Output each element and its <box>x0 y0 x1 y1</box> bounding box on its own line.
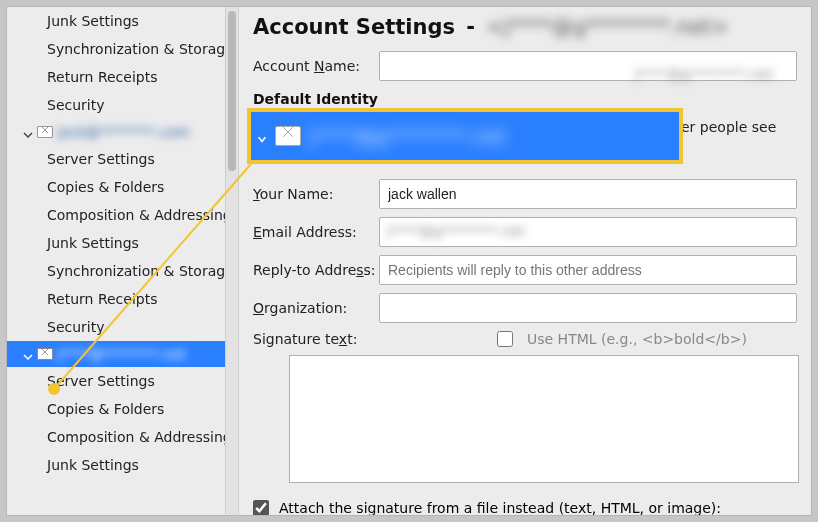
sidebar-item-receipts[interactable]: Return Receipts <box>7 63 226 91</box>
account-label: jack@********.com <box>57 124 190 140</box>
organization-label: Organization: <box>253 300 379 316</box>
email-label: Email Address: <box>253 224 379 240</box>
use-html-checkbox[interactable] <box>497 331 513 347</box>
account-name-label: Account Name: <box>253 58 379 74</box>
sidebar-item-copies[interactable]: Copies & Folders <box>7 173 226 201</box>
signature-text-label: Signature text: <box>253 331 379 347</box>
mail-icon <box>275 126 301 146</box>
sidebar-scrollbar[interactable] <box>225 7 238 515</box>
sidebar-item-sync[interactable]: Synchronization & Storage <box>7 35 226 63</box>
account-label: j****@********.net <box>57 346 186 362</box>
email-input[interactable] <box>379 217 797 247</box>
your-name-input[interactable] <box>379 179 797 209</box>
callout-dot <box>48 383 60 395</box>
mail-icon <box>37 348 53 360</box>
sidebar-item-sync[interactable]: Synchronization & Storage <box>7 257 226 285</box>
signature-textarea[interactable] <box>289 355 799 483</box>
sidebar-item-composition[interactable]: Composition & Addressing <box>7 201 226 229</box>
settings-panel: Account Settings - <j****@g********.net>… <box>238 6 812 516</box>
chevron-down-icon <box>23 127 33 137</box>
mail-icon <box>37 126 53 138</box>
page-title: Account Settings - <j****@g********.net> <box>253 15 797 39</box>
scrollbar-thumb[interactable] <box>228 11 236 171</box>
sidebar-item-receipts[interactable]: Return Receipts <box>7 285 226 313</box>
organization-input[interactable] <box>379 293 797 323</box>
sidebar-item-security[interactable]: Security <box>7 91 226 119</box>
sidebar-item-security[interactable]: Security <box>7 313 226 341</box>
attach-signature-checkbox[interactable] <box>253 500 269 516</box>
chevron-down-icon <box>23 349 33 359</box>
sidebar-item-junk[interactable]: Junk Settings <box>7 229 226 257</box>
callout-account-label: j****@g********.net <box>309 124 679 148</box>
sidebar-item-server[interactable]: Server Settings <box>7 367 226 395</box>
chevron-down-icon <box>257 131 267 141</box>
sidebar-account-2-selected[interactable]: j****@********.net <box>7 341 226 367</box>
sidebar-item-composition[interactable]: Composition & Addressing <box>7 423 226 451</box>
use-html-label: Use HTML (e.g., <b>bold</b>) <box>521 331 747 347</box>
sidebar-account-1[interactable]: jack@********.com <box>7 119 226 145</box>
attach-signature-label: Attach the signature from a file instead… <box>279 500 721 516</box>
your-name-label: Your Name: <box>253 186 379 202</box>
sidebar-item-server[interactable]: Server Settings <box>7 145 226 173</box>
reply-to-input[interactable] <box>379 255 797 285</box>
account-tree-sidebar: Junk Settings Synchronization & Storage … <box>6 6 238 516</box>
sidebar-item-junk[interactable]: Junk Settings <box>7 7 226 35</box>
callout-highlight: j****@g********.net <box>247 108 683 164</box>
sidebar-item-copies[interactable]: Copies & Folders <box>7 395 226 423</box>
reply-to-label: Reply-to Address: <box>253 262 379 278</box>
default-identity-heading: Default Identity <box>253 91 797 107</box>
sidebar-item-junk[interactable]: Junk Settings <box>7 451 226 479</box>
